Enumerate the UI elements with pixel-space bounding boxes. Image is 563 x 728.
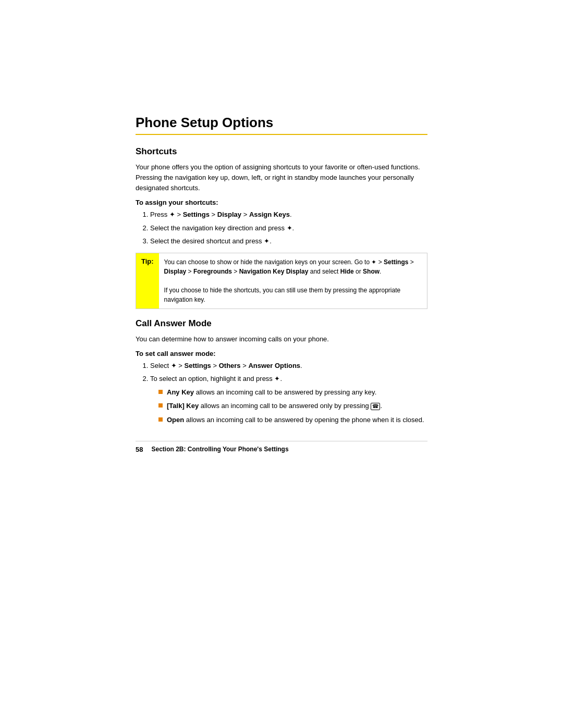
title-underline: [136, 134, 427, 135]
tip-line-2: If you choose to hide the shortcuts, you…: [164, 286, 422, 304]
content-area: Phone Setup Options Shortcuts Your phone…: [136, 0, 427, 495]
call-answer-steps-list: Select ✦ > Settings > Others > Answer Op…: [150, 361, 427, 425]
page-container: Phone Setup Options Shortcuts Your phone…: [0, 0, 563, 728]
answer-options-list: Any Key allows an incoming call to be an…: [158, 387, 427, 425]
footer: 58 Section 2B: Controlling Your Phone's …: [136, 441, 427, 453]
shortcut-step-3: Select the desired shortcut and press ✦.: [150, 236, 427, 246]
call-answer-step-2: To select an option, highlight it and pr…: [150, 374, 427, 425]
footer-page-number: 58: [136, 446, 143, 453]
tip-label: Tip:: [136, 253, 159, 309]
tip-box: Tip: You can choose to show or hide the …: [136, 253, 427, 309]
call-answer-step-1: Select ✦ > Settings > Others > Answer Op…: [150, 361, 427, 371]
tip-content: You can choose to show or hide the navig…: [159, 253, 427, 309]
open-bullet: Open allows an incoming call to be answe…: [158, 415, 427, 425]
assign-shortcuts-label: To assign your shortcuts:: [136, 199, 427, 206]
shortcut-step-2: Select the navigation key direction and …: [150, 223, 427, 233]
talk-key-symbol: ☎: [371, 403, 380, 410]
shortcut-step-1: Press ✦ > Settings > Display > Assign Ke…: [150, 209, 427, 220]
call-answer-intro: You can determine how to answer incoming…: [136, 334, 427, 344]
any-key-bullet: Any Key allows an incoming call to be an…: [158, 387, 427, 398]
tip-line-1: You can choose to show or hide the navig…: [164, 257, 422, 276]
shortcuts-steps-list: Press ✦ > Settings > Display > Assign Ke…: [150, 209, 427, 246]
call-answer-heading: Call Answer Mode: [136, 318, 427, 329]
footer-section-label: Section 2B: Controlling Your Phone's Set…: [151, 446, 288, 453]
set-call-answer-label: To set call answer mode:: [136, 350, 427, 357]
page-title: Phone Setup Options: [136, 115, 427, 131]
shortcuts-intro: Your phone offers you the option of assi…: [136, 162, 427, 193]
shortcuts-heading: Shortcuts: [136, 146, 427, 157]
talk-key-bullet: [Talk] Key allows an incoming call to be…: [158, 401, 427, 411]
